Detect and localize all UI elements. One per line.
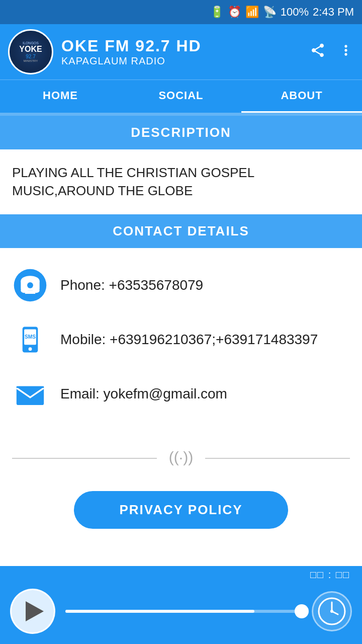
sms-icon-wrap: SMS	[12, 321, 48, 358]
progress-bar[interactable]	[65, 610, 302, 613]
share-icon[interactable]	[310, 42, 326, 62]
email-icon-wrap	[12, 376, 48, 412]
progress-knob[interactable]	[295, 604, 309, 618]
more-menu-icon[interactable]	[338, 42, 354, 62]
svg-text:((·)): ((·))	[169, 449, 193, 465]
svg-rect-11	[17, 386, 44, 405]
phone-icon	[13, 268, 47, 302]
divider-left	[12, 458, 157, 459]
contact-phone-item: Phone: +63535678079	[12, 258, 350, 312]
tab-social[interactable]: SOCIAL	[121, 80, 241, 113]
wifi-icon: 📶	[245, 6, 259, 19]
sms-icon: SMS	[13, 323, 47, 357]
contact-details-header: CONTACT DETAILS	[0, 214, 362, 248]
email-icon	[13, 377, 47, 411]
svg-point-17	[330, 610, 333, 613]
svg-point-6	[27, 282, 33, 288]
play-button[interactable]	[10, 589, 55, 634]
contact-details-label: CONTACT DETAILS	[113, 223, 249, 238]
clock-button[interactable]	[312, 591, 352, 631]
email-text: Email: yokefm@gmail.com	[60, 384, 227, 404]
radio-wave-icon: ((·))	[157, 446, 205, 471]
phone-text: Phone: +63535678079	[60, 275, 203, 295]
bottom-player: □□ : □□	[0, 566, 362, 644]
description-header: DESCRIPTION	[0, 116, 362, 149]
svg-point-10	[29, 347, 32, 351]
app-header: ILONGOS YOKE 92.7 MINISTRY OKE FM 92.7 H…	[0, 24, 362, 79]
player-time-row: □□ : □□	[0, 566, 362, 583]
description-text: PLAYING ALL THE CHRISTIAN GOSPEL MUSIC,A…	[0, 149, 362, 214]
mobile-text: Mobile: +639196210367;+639171483397	[60, 330, 318, 349]
station-subtitle: KAPAGLAUM RADIO	[61, 55, 302, 67]
header-title-block: OKE FM 92.7 HD KAPAGLAUM RADIO	[61, 37, 302, 67]
description-label: DESCRIPTION	[131, 125, 231, 140]
progress-fill	[65, 610, 254, 613]
station-name: OKE FM 92.7 HD	[61, 37, 302, 55]
clock-icon	[318, 597, 346, 625]
alarm-icon: ⏰	[228, 6, 241, 19]
nav-tabs: HOME SOCIAL ABOUT	[0, 79, 362, 113]
time-display: 2:43 PM	[313, 6, 354, 19]
status-bar: 🔋 ⏰ 📶 📡 100% 2:43 PM	[0, 0, 362, 24]
divider-right	[205, 458, 350, 459]
phone-icon-wrap	[12, 267, 48, 303]
player-controls	[0, 583, 362, 644]
battery-percent: 100%	[281, 6, 309, 19]
svg-text:SMS: SMS	[25, 334, 36, 340]
battery-icon: 🔋	[210, 6, 224, 19]
contact-email-item: Email: yokefm@gmail.com	[12, 367, 350, 421]
signal-icon: 📡	[263, 6, 277, 19]
privacy-policy-button[interactable]: PRIVACY POLICY	[74, 491, 288, 529]
app-logo: ILONGOS YOKE 92.7 MINISTRY	[8, 29, 53, 74]
privacy-btn-area: PRIVACY POLICY	[0, 486, 362, 544]
contact-list: Phone: +63535678079 SMS Mobile: +6391962…	[0, 248, 362, 431]
svg-rect-5	[25, 290, 35, 294]
tab-home[interactable]: HOME	[0, 80, 121, 113]
header-action-icons	[310, 42, 354, 62]
contact-mobile-item: SMS Mobile: +639196210367;+639171483397	[12, 312, 350, 367]
divider-area: ((·))	[0, 431, 362, 486]
player-time-display: □□ : □□	[310, 569, 350, 581]
svg-rect-12	[17, 386, 44, 387]
tab-about[interactable]: ABOUT	[241, 80, 362, 113]
play-triangle-icon	[26, 601, 44, 621]
status-icons: 🔋 ⏰ 📶 📡 100% 2:43 PM	[210, 6, 354, 19]
